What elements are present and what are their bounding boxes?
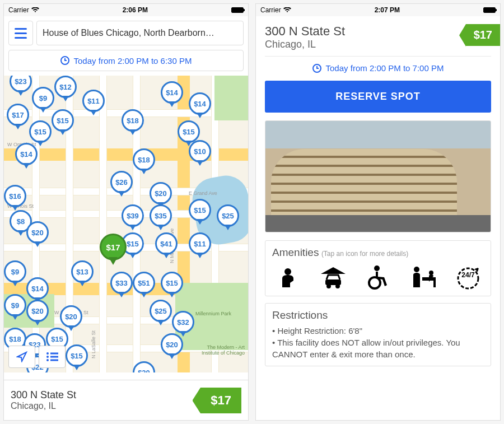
amenities-hint: (Tap an icon for more details) [321, 250, 408, 258]
svg-rect-14 [433, 281, 436, 287]
price-pin[interactable]: $20 [150, 182, 172, 204]
price-pin[interactable]: $11 [82, 90, 105, 112]
price-pin[interactable]: $32 [172, 311, 194, 333]
price-pin[interactable]: $14 [161, 81, 183, 104]
spot-city: Chicago, IL [11, 401, 76, 411]
svg-point-8 [326, 284, 331, 288]
clock-icon [312, 64, 321, 73]
menu-button[interactable] [8, 21, 33, 45]
phone-detail-screen: Carrier 2:07 PM 300 N State St Chicago, … [255, 3, 501, 421]
spot-address: 300 N State St [11, 389, 76, 401]
status-bar: Carrier 2:07 PM [256, 4, 500, 16]
battery-icon [231, 7, 244, 13]
amenity-attendant-icon[interactable] [408, 264, 439, 290]
svg-text:24/7: 24/7 [461, 271, 475, 279]
price-pin[interactable]: $15 [189, 199, 211, 221]
price-pin[interactable]: $20 [161, 333, 183, 356]
battery-icon [483, 7, 496, 13]
price-pin[interactable]: $20 [26, 300, 49, 322]
price-pin[interactable]: $9 [32, 87, 54, 109]
map[interactable]: W Ontario St E Grand Ave W Illinois St W… [4, 76, 248, 372]
price-pin[interactable]: $10 [189, 140, 211, 162]
price-pin[interactable]: $14 [15, 143, 38, 165]
price-pin[interactable]: $25 [217, 204, 239, 227]
svg-rect-5 [50, 360, 58, 361]
price-pin[interactable]: $33 [110, 272, 133, 294]
amenity-valet-icon[interactable] [272, 264, 304, 290]
restrictions-title: Restrictions [272, 309, 328, 321]
clock-time: 2:07 PM [375, 6, 400, 14]
svg-point-2 [46, 356, 49, 358]
amenity-247-icon[interactable]: 24/7 [452, 264, 484, 290]
svg-point-6 [284, 268, 291, 275]
price-pin[interactable]: $18 [122, 109, 144, 132]
svg-point-9 [335, 284, 340, 288]
price-pin[interactable]: $15 [161, 272, 183, 294]
price-pin[interactable]: $23 [10, 76, 32, 92]
locate-me-button[interactable] [8, 346, 35, 368]
price-pin[interactable]: $17 [7, 104, 29, 126]
reserve-button[interactable]: RESERVE SPOT [265, 81, 491, 113]
facility-photo[interactable] [265, 120, 491, 232]
list-icon [46, 352, 58, 362]
detail-price-tag: $17 [466, 24, 500, 46]
price-pin[interactable]: $9 [4, 294, 26, 316]
price-pin[interactable]: $20 [60, 305, 82, 328]
price-pin[interactable]: $26 [110, 171, 133, 193]
clock-icon [60, 56, 69, 65]
svg-point-0 [46, 352, 49, 355]
detail-address: 300 N State St [265, 24, 345, 39]
wifi-icon [283, 7, 291, 13]
svg-rect-1 [50, 353, 58, 355]
price-pin[interactable]: $15 [52, 109, 74, 132]
price-pin[interactable]: $41 [155, 232, 178, 255]
svg-point-4 [46, 359, 49, 361]
price-pin-selected[interactable]: $17 [100, 234, 127, 260]
date-range-label: Today from 2:00 PM to 7:00 PM [326, 63, 444, 73]
svg-rect-3 [50, 356, 58, 358]
amenity-covered-icon[interactable] [318, 264, 349, 290]
price-pin[interactable]: $14 [189, 92, 211, 115]
clock-time: 2:06 PM [123, 6, 148, 14]
price-pin[interactable]: $13 [71, 260, 94, 283]
price-pin[interactable]: $11 [189, 232, 211, 255]
restriction-item: Height Restriction: 6'8" [272, 325, 484, 337]
price-pin[interactable]: $9 [4, 260, 26, 283]
carrier-label: Carrier [8, 6, 29, 14]
date-range-selector[interactable]: Today from 2:00 PM to 6:30 PM [8, 50, 244, 71]
amenities-title: Amenities [272, 246, 319, 258]
amenity-accessible-icon[interactable] [362, 264, 394, 290]
price-pin[interactable]: $15 [66, 344, 88, 367]
price-pin[interactable]: $16 [4, 185, 26, 207]
price-pin[interactable]: $35 [150, 204, 172, 227]
svg-point-10 [374, 265, 380, 271]
restrictions-card: Restrictions Height Restriction: 6'8" Th… [265, 303, 491, 366]
price-pin[interactable]: $12 [54, 76, 77, 98]
svg-point-11 [369, 277, 380, 288]
price-pin[interactable]: $51 [133, 272, 155, 294]
price-pin[interactable]: $25 [150, 300, 172, 322]
search-input[interactable]: House of Blues Chicago, North Dearborn… [36, 21, 244, 45]
date-range-label: Today from 2:00 PM to 6:30 PM [74, 56, 192, 66]
spot-price-tag: $17 [200, 388, 241, 413]
selected-spot-bar[interactable]: 300 N State St Chicago, IL $17 [4, 380, 248, 420]
price-pin[interactable]: $15 [29, 120, 52, 143]
price-pin[interactable]: $20 [26, 221, 49, 244]
date-range-selector[interactable]: Today from 2:00 PM to 7:00 PM [265, 63, 491, 73]
status-bar: Carrier 2:06 PM [4, 4, 248, 16]
list-view-button[interactable] [39, 346, 66, 368]
restriction-item: This facility does NOT allow in/out priv… [272, 337, 484, 360]
svg-point-15 [429, 271, 433, 275]
price-pin[interactable]: $39 [122, 204, 144, 227]
wifi-icon [31, 7, 39, 13]
price-pin[interactable]: $15 [178, 120, 200, 143]
price-pin[interactable]: $20 [133, 361, 155, 372]
carrier-label: Carrier [260, 6, 281, 14]
price-pin[interactable]: $14 [26, 277, 49, 300]
amenities-card: Amenities (Tap an icon for more details)… [265, 240, 491, 296]
phone-map-screen: Carrier 2:06 PM House of Blues Chicago, … [3, 3, 249, 421]
price-pin[interactable]: $18 [133, 148, 155, 171]
svg-point-12 [414, 267, 419, 272]
location-arrow-icon [16, 351, 27, 362]
detail-city: Chicago, IL [265, 39, 345, 50]
